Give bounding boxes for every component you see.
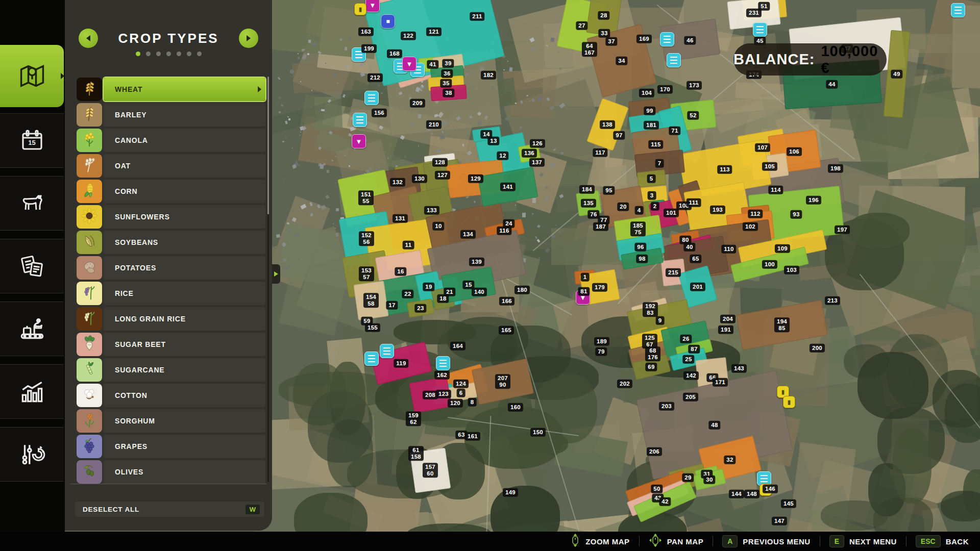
field-number-badge[interactable]: 144 [729, 490, 744, 498]
map-marker-cyan[interactable] [364, 91, 379, 105]
crop-item-barley[interactable]: BARLEY [77, 103, 265, 127]
crop-item-olives[interactable]: OLIVES [77, 460, 265, 484]
field-number-badge[interactable]: 213 [825, 296, 840, 305]
field-number-badge[interactable]: 2 [651, 202, 659, 211]
field-number-badge[interactable]: 171 [713, 378, 728, 387]
field-number-badge[interactable]: 212 [368, 73, 383, 82]
field-number-badge[interactable]: 211 [470, 12, 484, 21]
field-number-badge[interactable]: 163 [358, 28, 374, 36]
field-number-badge[interactable]: 164 [450, 342, 465, 350]
field-number-badge[interactable]: 133 [424, 206, 439, 215]
field-number-badge[interactable]: 130 [412, 174, 427, 183]
page-dot-0[interactable] [136, 52, 140, 56]
field-number-badge[interactable]: 136 [522, 149, 537, 158]
field-number-badge[interactable]: 18 [437, 294, 449, 303]
field-number-badge[interactable]: 131 [393, 214, 408, 223]
sidebar-item-map[interactable] [0, 45, 64, 107]
field-number-badge[interactable]: 209 [410, 99, 425, 108]
field-number-badge[interactable]: 208 [423, 391, 438, 399]
field-number-badge[interactable]: 204 [720, 315, 736, 323]
field-number-badge[interactable]: 106 [787, 147, 802, 156]
field-number-badge[interactable]: 38 [443, 89, 454, 97]
map-marker-yellow[interactable]: ▮ [354, 3, 366, 15]
field-number-badge[interactable]: 30 [703, 475, 715, 484]
field-number-badge[interactable]: 25 [682, 355, 694, 364]
field-number-badge[interactable]: 27 [576, 21, 587, 30]
map-marker-cyan[interactable] [660, 32, 674, 46]
field-number-badge[interactable]: 173 [687, 81, 702, 90]
field-number-badge[interactable]: 147 [772, 517, 787, 525]
field-number-badge[interactable]: 135 [581, 199, 596, 208]
field-number-badge[interactable]: 16 [395, 267, 406, 276]
crop-item-long-grain-rice[interactable]: LONG GRAIN RICE [77, 307, 265, 331]
field-number-badge[interactable]: 37 [605, 37, 617, 46]
field-number-badge[interactable]: 113 [717, 165, 732, 174]
field-number-badge[interactable]: 102 [743, 222, 758, 231]
sidebar-item-statistics[interactable] [0, 364, 64, 419]
scrollbar-thumb[interactable] [267, 77, 269, 214]
field-number-badge[interactable]: 152 56 [359, 231, 374, 246]
field-number-badge[interactable]: 39 [442, 59, 454, 68]
field-number-badge[interactable]: 191 [718, 325, 733, 334]
map-marker-cyan[interactable] [353, 113, 367, 127]
field-number-badge[interactable]: 104 [639, 89, 654, 97]
field-number-badge[interactable]: 41 [427, 60, 438, 69]
field-number-badge[interactable]: 44 [826, 80, 838, 89]
field-number-badge[interactable]: 157 60 [423, 463, 438, 478]
field-number-badge[interactable]: 170 [657, 85, 673, 94]
map-marker-cyan[interactable] [364, 352, 379, 366]
field-number-badge[interactable]: 203 [659, 402, 674, 411]
field-number-badge[interactable]: 181 [644, 121, 659, 130]
field-number-badge[interactable]: 201 [690, 283, 705, 291]
crop-item-sorghum[interactable]: SORGHUM [77, 409, 265, 433]
field-number-badge[interactable]: 69 [645, 363, 657, 371]
field-number-badge[interactable]: 169 [636, 35, 652, 43]
field-number-badge[interactable]: 154 58 [363, 293, 379, 308]
field-number-badge[interactable]: 134 [460, 230, 476, 239]
field-number-badge[interactable]: 193 [710, 206, 725, 214]
field-number-badge[interactable]: 65 [690, 255, 701, 263]
crop-item-rice[interactable]: RICE [77, 282, 265, 305]
field-number-badge[interactable]: 5 [647, 174, 656, 183]
field-number-badge[interactable]: 1 [581, 273, 590, 282]
field-number-badge[interactable]: 215 [666, 268, 681, 277]
field-number-badge[interactable]: 161 [465, 432, 480, 441]
field-number-badge[interactable]: 9 [656, 316, 665, 325]
field-number-badge[interactable]: 196 [806, 196, 821, 205]
field-number-badge[interactable]: 231 [746, 9, 762, 17]
crop-item-soybeans[interactable]: SOYBEANS [77, 231, 265, 254]
field-number-badge[interactable]: 61 158 [408, 446, 424, 461]
prev-page-button[interactable] [79, 29, 98, 48]
next-page-button[interactable] [239, 29, 258, 48]
field-number-badge[interactable]: 155 [365, 323, 380, 332]
field-number-badge[interactable]: 187 [593, 222, 608, 231]
field-number-badge[interactable]: 26 [680, 335, 692, 343]
crop-item-wheat[interactable]: WHEAT [77, 78, 265, 101]
field-number-badge[interactable]: 119 [394, 359, 408, 368]
field-number-badge[interactable]: 160 [508, 403, 523, 412]
crop-item-sunflowers[interactable]: SUNFLOWERS [77, 205, 265, 229]
crop-item-grapes[interactable]: GRAPES [77, 435, 265, 458]
map-marker-cyan[interactable] [380, 344, 394, 358]
field-number-badge[interactable]: 123 [436, 390, 451, 398]
field-number-badge[interactable]: 149 [503, 488, 518, 497]
field-number-badge[interactable]: 120 [448, 399, 463, 408]
field-number-badge[interactable]: 205 [683, 393, 698, 402]
field-number-badge[interactable]: 33 [598, 29, 610, 38]
field-number-badge[interactable]: 142 [683, 371, 699, 380]
field-number-badge[interactable]: 132 [390, 178, 405, 187]
field-number-badge[interactable]: 111 [687, 198, 701, 207]
field-number-badge[interactable]: 162 [434, 371, 450, 380]
map-marker-magenta[interactable]: ▼ [365, 0, 380, 12]
field-number-badge[interactable]: 93 [790, 210, 802, 219]
sidebar-item-animals[interactable] [0, 176, 64, 231]
field-number-badge[interactable]: 210 [426, 120, 442, 129]
field-number-badge[interactable]: 116 [497, 227, 511, 235]
field-number-badge[interactable]: 129 [468, 174, 483, 183]
field-number-badge[interactable]: 127 [435, 171, 450, 180]
field-number-badge[interactable]: 35 [440, 79, 452, 88]
sidebar-item-settings[interactable] [0, 427, 64, 482]
field-number-badge[interactable]: 79 [595, 347, 607, 356]
crop-item-sugar-beet[interactable]: SUGAR BEET [77, 333, 265, 356]
field-number-badge[interactable]: 34 [616, 57, 627, 65]
